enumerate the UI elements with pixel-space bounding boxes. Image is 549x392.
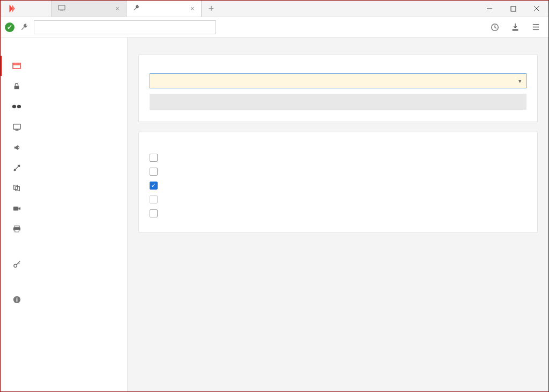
printer-icon	[12, 224, 21, 233]
anydesk-logo-icon	[7, 4, 17, 13]
titlebar: × × +	[1, 1, 548, 17]
record-icon	[12, 203, 21, 213]
history-icon[interactable]	[486, 19, 503, 36]
close-icon[interactable]: ×	[190, 4, 195, 13]
svg-point-19	[14, 169, 16, 170]
checkbox[interactable]	[150, 154, 158, 162]
address-input[interactable]	[34, 20, 216, 34]
checkbox[interactable]: ✓	[150, 182, 158, 190]
download-icon[interactable]	[507, 19, 524, 36]
sidebar-item-security[interactable]	[1, 76, 127, 96]
checkbox[interactable]	[150, 168, 158, 176]
monitor-icon	[58, 4, 65, 13]
close-button[interactable]	[525, 1, 548, 17]
wrench-icon	[133, 4, 140, 13]
key-icon	[12, 259, 21, 269]
connection-icon	[12, 163, 21, 172]
svg-rect-3	[511, 6, 516, 11]
glasses-icon	[12, 102, 21, 111]
sidebar-item-recording[interactable]	[1, 198, 127, 218]
svg-rect-13	[14, 86, 19, 89]
svg-rect-25	[14, 225, 19, 227]
sidebar-item-audio[interactable]	[1, 137, 127, 157]
status-ok-icon: ✓	[5, 22, 14, 32]
tab-session[interactable]: ×	[51, 1, 127, 17]
checkbox	[150, 195, 158, 203]
svg-rect-24	[13, 206, 18, 210]
new-tab-button[interactable]: +	[202, 1, 221, 17]
checkbox-row[interactable]: ✓	[150, 178, 526, 192]
checkbox-row[interactable]	[150, 150, 526, 164]
svg-point-15	[17, 105, 21, 108]
svg-rect-7	[513, 29, 518, 31]
sidebar-item-ui[interactable]	[1, 56, 127, 76]
svg-rect-16	[13, 124, 20, 129]
svg-rect-27	[14, 229, 19, 232]
minimize-button[interactable]	[478, 1, 501, 17]
chevron-down-icon: ▾	[518, 78, 522, 85]
sidebar-item-display[interactable]	[1, 117, 127, 137]
info-icon	[12, 295, 21, 304]
wrench-icon	[18, 21, 31, 34]
address-bar: ✓	[1, 17, 548, 37]
svg-line-30	[18, 262, 19, 263]
ui-icon	[12, 61, 21, 71]
svg-point-14	[12, 105, 16, 108]
language-select[interactable]: ▾	[150, 73, 526, 88]
sidebar-item-license[interactable]	[1, 254, 127, 274]
monitor-icon	[12, 122, 21, 132]
sidebar	[1, 37, 128, 391]
sidebar-item-printer[interactable]	[1, 218, 127, 239]
svg-rect-0	[58, 5, 65, 10]
language-section: ▾	[138, 55, 538, 122]
restart-notice	[150, 94, 526, 110]
tab-settings[interactable]: ×	[127, 1, 202, 17]
sidebar-item-about[interactable]	[1, 289, 127, 310]
sidebar-title	[1, 45, 127, 56]
main-panel: ▾ ✓	[128, 37, 548, 391]
checkbox-row[interactable]	[150, 206, 526, 220]
checkbox-row[interactable]	[150, 164, 526, 178]
copy-icon	[12, 183, 21, 193]
svg-rect-11	[13, 63, 20, 69]
svg-line-29	[16, 261, 20, 265]
speaker-icon	[12, 142, 21, 152]
svg-rect-32	[16, 299, 17, 301]
window-controls	[478, 1, 548, 17]
maximize-button[interactable]	[501, 1, 525, 17]
content-body: ▾ ✓	[1, 37, 548, 391]
checkbox-row	[150, 192, 526, 206]
tab-app[interactable]	[1, 1, 51, 17]
sidebar-item-connection[interactable]	[1, 157, 127, 178]
svg-rect-33	[16, 297, 17, 298]
sidebar-item-filetransfer[interactable]	[1, 178, 127, 198]
close-icon[interactable]: ×	[115, 4, 120, 13]
checkbox[interactable]	[150, 209, 158, 217]
sidebar-item-privacy[interactable]	[1, 96, 127, 117]
misc-section: ✓	[138, 132, 538, 232]
lock-icon	[12, 81, 21, 91]
menu-icon[interactable]	[527, 19, 544, 36]
